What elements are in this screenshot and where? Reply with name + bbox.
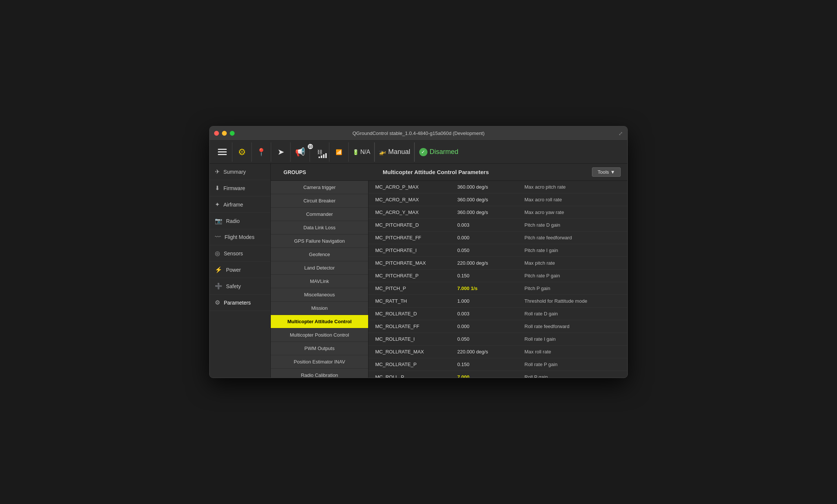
param-row[interactable]: MC_ROLLRATE_D 0.003 Roll rate D gain [369,308,627,320]
group-item-data-link-loss[interactable]: Data Link Loss [271,221,368,234]
param-value: 220.000 deg/s [457,349,524,355]
sidebar-item-summary[interactable]: ✈Summary [210,164,270,180]
sidebar-item-flight-modes[interactable]: 〰Flight Modes [210,229,270,245]
link-status-button[interactable]: ⛓ 10 [310,142,329,162]
param-desc: Max acro yaw rate [524,210,621,215]
drone-icon: 🚁 [379,148,386,155]
vehicle-setup-button[interactable]: 📍 [252,142,271,162]
close-button[interactable] [214,131,219,136]
messages-button[interactable]: 📢 [291,142,310,162]
main-window: QGroundControl stable_1.0.4-4840-g15a060… [209,126,628,378]
param-name: MC_ROLL_P [375,374,457,378]
param-desc: Pitch P gain [524,286,621,291]
param-desc: Pitch rate P gain [524,273,621,278]
flight-modes-icon: 〰 [215,234,221,240]
param-desc: Max acro pitch rate [524,184,621,190]
sidebar-label-flight-modes: Flight Modes [225,234,254,240]
group-item-circuit-breaker[interactable]: Circuit Breaker [271,194,368,208]
param-desc: Threshold for Rattitude mode [524,298,621,304]
megaphone-icon: 📢 [295,147,305,157]
param-row[interactable]: MC_PITCHRATE_P 0.150 Pitch rate P gain [369,270,627,282]
param-value: 0.000 [457,324,524,329]
param-row[interactable]: MC_ROLLRATE_I 0.050 Roll rate I gain [369,333,627,346]
sidebar-item-firmware[interactable]: ⬇Firmware [210,180,270,196]
param-value: 0.150 [457,362,524,367]
param-row[interactable]: MC_PITCHRATE_D 0.003 Pitch rate D gain [369,219,627,231]
battery-status[interactable]: 🔋 N/A [349,142,374,162]
sidebar-item-parameters[interactable]: ⚙Parameters [210,294,270,311]
group-item-gps-failure[interactable]: GPS Failure Navigation [271,234,368,248]
param-name: MC_PITCHRATE_D [375,222,457,228]
group-item-miscellaneous[interactable]: Miscellaneous [271,288,368,302]
param-name: MC_ACRO_R_MAX [375,197,457,202]
armed-status-btn[interactable]: ✓ Disarmed [414,142,463,162]
param-row[interactable]: MC_ROLLRATE_P 0.150 Roll rate P gain [369,358,627,371]
telemetry-icon: 📶 [336,149,342,155]
param-value: 0.000 [457,235,524,240]
param-row[interactable]: MC_ACRO_P_MAX 360.000 deg/s Max acro pit… [369,181,627,193]
param-desc: Pitch rate I gain [524,248,621,253]
param-desc: Max acro roll rate [524,197,621,202]
sidebar-item-safety[interactable]: ➕Safety [210,278,270,294]
sidebar-item-airframe[interactable]: ✦Airframe [210,196,270,213]
flight-mode-label: Manual [388,148,410,156]
group-item-commander[interactable]: Commander [271,208,368,221]
param-row[interactable]: MC_ROLL_P 7.000 Roll P gain [369,371,627,378]
ham-line-2 [218,151,227,152]
minimize-button[interactable] [222,131,227,136]
group-item-multicopter-attitude[interactable]: Multicopter Attitude Control [271,315,368,328]
params-table: MC_ACRO_P_MAX 360.000 deg/s Max acro pit… [369,181,627,378]
window-title: QGroundControl stable_1.0.4-4840-g15a060… [352,130,485,136]
param-row[interactable]: MC_ACRO_Y_MAX 360.000 deg/s Max acro yaw… [369,206,627,219]
param-value: 7.000 1/s [457,286,524,291]
group-item-mission[interactable]: Mission [271,302,368,315]
sidebar-label-safety: Safety [226,283,241,289]
param-row[interactable]: MC_ACRO_R_MAX 360.000 deg/s Max acro rol… [369,193,627,206]
telemetry-button[interactable]: 📶 [329,142,349,162]
param-row[interactable]: MC_ROLLRATE_FF 0.000 Roll rate feedforwa… [369,320,627,333]
group-item-land-detector[interactable]: Land Detector [271,261,368,275]
param-desc: Roll P gain [524,374,621,378]
menu-button[interactable] [213,142,232,162]
status-circle: ✓ [419,148,427,156]
groups-list: Camera triggerCircuit BreakerCommanderDa… [271,181,369,378]
param-row[interactable]: MC_RATT_TH 1.000 Threshold for Rattitude… [369,295,627,308]
param-desc: Max roll rate [524,349,621,355]
battery-value: N/A [360,149,370,155]
expand-icon[interactable]: ⤢ [618,130,623,136]
sidebar-item-power[interactable]: ⚡Power [210,262,270,278]
radio-icon: 📷 [215,217,222,224]
param-desc: Roll rate feedforward [524,324,621,329]
gear-icon: ⚙ [238,147,246,157]
param-name: MC_PITCHRATE_FF [375,235,457,240]
param-row[interactable]: MC_ROLLRATE_MAX 220.000 deg/s Max roll r… [369,346,627,358]
group-item-position-estimator[interactable]: Position Estimator INAV [271,355,368,369]
settings-button[interactable]: ⚙ [232,142,252,162]
param-desc: Roll rate D gain [524,311,621,316]
param-value: 360.000 deg/s [457,197,524,202]
param-row[interactable]: MC_PITCH_P 7.000 1/s Pitch P gain [369,282,627,295]
param-row[interactable]: MC_PITCHRATE_I 0.050 Pitch rate I gain [369,244,627,257]
groups-label: GROUPS [278,169,375,175]
group-item-multicopter-position[interactable]: Multicopter Position Control [271,328,368,342]
param-row[interactable]: MC_PITCHRATE_MAX 220.000 deg/s Max pitch… [369,257,627,270]
param-name: MC_ACRO_P_MAX [375,184,457,190]
param-row[interactable]: MC_PITCHRATE_FF 0.000 Pitch rate feedfor… [369,231,627,244]
sidebar-item-radio[interactable]: 📷Radio [210,213,270,229]
group-item-mavlink[interactable]: MAVLink [271,275,368,288]
tools-button[interactable]: Tools ▼ [592,167,621,177]
fly-button[interactable]: ➤ [271,142,291,162]
send-icon: ➤ [278,147,284,157]
group-item-pwm-outputs[interactable]: PWM Outputs [271,342,368,355]
group-item-geofence[interactable]: Geofence [271,248,368,261]
params-title: Multicopter Attitude Control Parameters [375,169,592,175]
param-value: 0.003 [457,222,524,228]
flight-mode-btn[interactable]: 🚁 Manual [374,142,414,162]
maximize-button[interactable] [230,131,235,136]
armed-label: Disarmed [430,148,458,156]
sidebar-item-sensors[interactable]: ◎Sensors [210,245,270,262]
window-controls [214,131,235,136]
group-item-camera-trigger[interactable]: Camera trigger [271,181,368,194]
sidebar-label-airframe: Airframe [223,202,243,208]
group-item-radio-calibration[interactable]: Radio Calibration [271,369,368,378]
